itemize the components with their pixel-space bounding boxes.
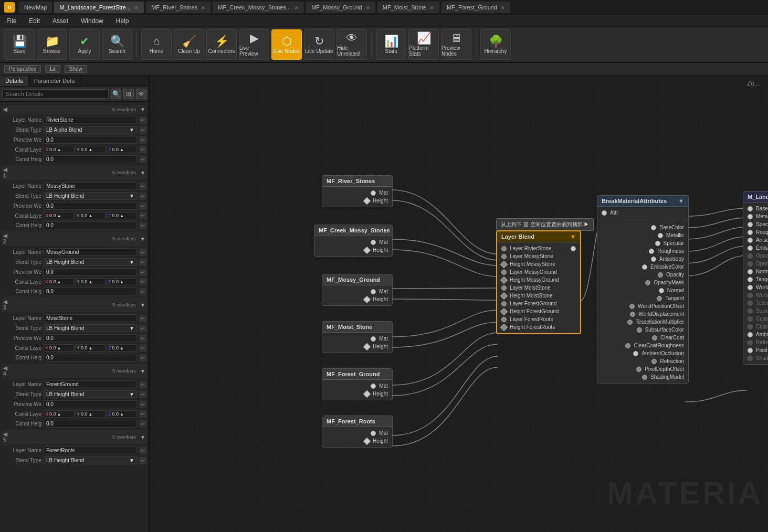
blendtype-2-reset[interactable]: ↩ bbox=[139, 193, 146, 200]
layername-3-value[interactable]: MossyGround bbox=[44, 248, 137, 256]
search-button[interactable]: 🔍 Search bbox=[102, 29, 132, 60]
pin-out-normal[interactable]: Normal bbox=[743, 268, 768, 275]
pin-out-customdata1[interactable]: Custom Data 1 bbox=[743, 323, 768, 331]
layername-4-reset[interactable]: ↩ bbox=[139, 315, 146, 322]
pin-out-subsurface[interactable]: Subsurface Color bbox=[743, 307, 768, 315]
previewwe-2-value[interactable]: 0.0 bbox=[44, 202, 137, 210]
pin-lb-height-mossystone[interactable]: Height MossyStone bbox=[497, 260, 580, 268]
pin-bma-clearcoat[interactable]: ClearCoat bbox=[597, 334, 688, 342]
pin-lb-layer-rivierstone[interactable]: Layer RivierStone bbox=[497, 244, 580, 252]
livepreview-button[interactable]: ▶ Live Preview bbox=[239, 29, 269, 60]
search-submit-button[interactable]: 🔍 bbox=[111, 89, 121, 99]
tab-mf-river[interactable]: MF_River_Stones ✕ bbox=[146, 2, 211, 13]
pin-bma-roughness[interactable]: Roughness bbox=[597, 247, 688, 255]
constlaye-1-y[interactable]: Y 0.0 ▲ bbox=[75, 146, 106, 153]
pin-out-anisotropy[interactable]: Anisotropy bbox=[743, 236, 768, 244]
pin-lb-layer-mossystone[interactable]: Layer MossyStone bbox=[497, 252, 580, 260]
lit-button[interactable]: Lit bbox=[45, 65, 60, 73]
layername-4-value[interactable]: MoistStone bbox=[44, 314, 137, 322]
blendtype-6-reset[interactable]: ↩ bbox=[139, 457, 146, 464]
constheig-5-reset[interactable]: ↩ bbox=[139, 420, 146, 428]
connectors-button[interactable]: ⚡ Connectors bbox=[206, 29, 237, 60]
node-mf-forest-roots[interactable]: MF_Forest_Roots Mat Height bbox=[322, 416, 393, 448]
stats-button[interactable]: 📊 Stats bbox=[376, 29, 406, 60]
pin-out-ambientocclusion[interactable]: Ambient Occlusion bbox=[743, 331, 768, 338]
liveupdate-button[interactable]: ↻ Live Update bbox=[304, 29, 334, 60]
layername-6-reset[interactable]: ↩ bbox=[139, 447, 146, 454]
constheig-1-reset[interactable]: ↩ bbox=[139, 156, 146, 163]
pin-out-basecolor[interactable]: Base Color bbox=[743, 205, 768, 212]
blendtype-4-dropdown[interactable]: LB Height Blend ▼ bbox=[44, 324, 137, 332]
constlaye-3-y[interactable]: Y 0.0 ▲ bbox=[75, 278, 106, 285]
eye-button[interactable]: 👁 bbox=[136, 89, 146, 99]
pin-moist-mat[interactable]: Mat bbox=[322, 335, 392, 343]
pin-out-opacity[interactable]: Opacity bbox=[743, 252, 768, 260]
previewwe-4-value[interactable]: 0.0 bbox=[44, 334, 137, 342]
constlaye-4-x[interactable]: X 0.0 ▲ bbox=[44, 344, 74, 352]
tab-mf-moist[interactable]: MF_Moist_Stone ✕ bbox=[377, 2, 439, 13]
previewwe-3-value[interactable]: 0.0 bbox=[44, 268, 137, 276]
layername-1-value[interactable]: RivierStone bbox=[44, 116, 137, 124]
pin-out-metallic[interactable]: Metallic bbox=[743, 212, 768, 220]
blendtype-1-reset[interactable]: ↩ bbox=[139, 126, 146, 134]
menu-help[interactable]: Help bbox=[114, 16, 131, 26]
pin-out-worlddisplace[interactable]: World Displacement bbox=[743, 291, 768, 299]
browse-button[interactable]: 📁 Browse bbox=[37, 29, 67, 60]
pin-mf-river-height[interactable]: Height bbox=[322, 197, 392, 205]
tab-newmap[interactable]: NewMap bbox=[19, 2, 52, 13]
tab-details[interactable]: Details bbox=[0, 76, 29, 86]
constlaye-4-reset[interactable]: ↩ bbox=[139, 344, 146, 352]
constlaye-3-reset[interactable]: ↩ bbox=[139, 278, 146, 285]
layername-2-reset[interactable]: ↩ bbox=[139, 183, 146, 190]
node-mf-moist-stone[interactable]: MF_Moist_Stone Mat Height bbox=[322, 321, 393, 353]
layername-6-value[interactable]: ForestRoots bbox=[44, 446, 137, 454]
constheig-4-reset[interactable]: ↩ bbox=[139, 354, 146, 361]
blendtype-3-reset[interactable]: ↩ bbox=[139, 259, 146, 266]
pin-out-shadingmodel[interactable]: Shading Model bbox=[743, 354, 768, 362]
layername-3-reset[interactable]: ↩ bbox=[139, 249, 146, 256]
pin-lb-height-moiststone[interactable]: Height MoistStone bbox=[497, 292, 580, 300]
pin-bma-opacitymask[interactable]: OpacityMask bbox=[597, 279, 688, 286]
constheig-3-value[interactable]: 0.0 bbox=[44, 288, 137, 295]
pin-lb-layer-forestground[interactable]: Layer ForestGround bbox=[497, 300, 580, 307]
constlaye-1-z[interactable]: Z 0.0 ▲ bbox=[107, 146, 137, 153]
node-break-material[interactable]: BreakMaterialAttributes ▼ Attr BaseColor… bbox=[597, 195, 689, 384]
node-mf-creek-mossy[interactable]: MF_Creek_Mossy_Stones Mat Height bbox=[314, 225, 393, 257]
tab-mf-forest[interactable]: MF_Forest_Ground ✕ bbox=[441, 2, 510, 13]
apply-button[interactable]: ✔ Apply bbox=[69, 29, 100, 60]
menu-edit[interactable]: Edit bbox=[27, 16, 42, 26]
previewwe-1-value[interactable]: 0.0 bbox=[44, 136, 137, 144]
tab-mf-mossy[interactable]: MF_Mossy_Ground ✕ bbox=[306, 2, 375, 13]
constlaye-5-y[interactable]: Y 0.0 ▲ bbox=[75, 410, 106, 418]
pin-mf-river-mat[interactable]: Mat bbox=[322, 189, 392, 197]
pin-forest-height[interactable]: Height bbox=[322, 390, 392, 398]
perspective-button[interactable]: Perspective bbox=[4, 65, 41, 73]
hierarchy-button[interactable]: 🌳 Hierarchy bbox=[480, 29, 511, 60]
filter-button[interactable]: ⊞ bbox=[123, 89, 134, 99]
pin-out-specular[interactable]: Specular bbox=[743, 220, 768, 228]
pin-lb-layer-mossyground[interactable]: Layer MossyGround bbox=[497, 268, 580, 276]
node-mf-forest-ground[interactable]: MF_Forest_Ground Mat Height bbox=[322, 368, 393, 400]
save-button[interactable]: 💾 Save bbox=[4, 29, 35, 60]
constlaye-3-z[interactable]: Z 0.0 ▲ bbox=[107, 278, 137, 285]
pin-out-emissivecolor[interactable]: Emissive Color bbox=[743, 244, 768, 252]
constlaye-5-reset[interactable]: ↩ bbox=[139, 410, 146, 418]
pin-bma-normal[interactable]: Normal bbox=[597, 286, 688, 294]
constheig-3-reset[interactable]: ↩ bbox=[139, 288, 146, 295]
constheig-2-reset[interactable]: ↩ bbox=[139, 222, 146, 229]
pin-lb-height-forestground[interactable]: Height ForestGround bbox=[497, 307, 580, 315]
pin-bma-attr[interactable]: Attr bbox=[597, 209, 688, 217]
constlaye-3-x[interactable]: X 0.0 ▲ bbox=[44, 278, 74, 285]
pin-bma-shadingmodel[interactable]: ShadingModel bbox=[597, 373, 688, 381]
pin-out-worldposoffset[interactable]: World Position Offset bbox=[743, 283, 768, 291]
section-3-header[interactable]: ◀ 2 5 members ▼ bbox=[2, 231, 146, 246]
previewwe-5-reset[interactable]: ↩ bbox=[139, 401, 146, 408]
canvas-area[interactable]: MATERIA Zo... bbox=[150, 76, 768, 532]
cleanup-button[interactable]: 🧹 Clean Up bbox=[174, 29, 204, 60]
pin-out-refraction[interactable]: Refraction bbox=[743, 338, 768, 346]
constheig-4-value[interactable]: 0.0 bbox=[44, 354, 137, 361]
pin-bma-worlddisplace[interactable]: WorldDisplacement bbox=[597, 310, 688, 318]
pin-moist-height[interactable]: Height bbox=[322, 343, 392, 350]
menu-file[interactable]: File bbox=[4, 16, 18, 26]
constlaye-5-z[interactable]: Z 0.0 ▲ bbox=[107, 410, 137, 418]
